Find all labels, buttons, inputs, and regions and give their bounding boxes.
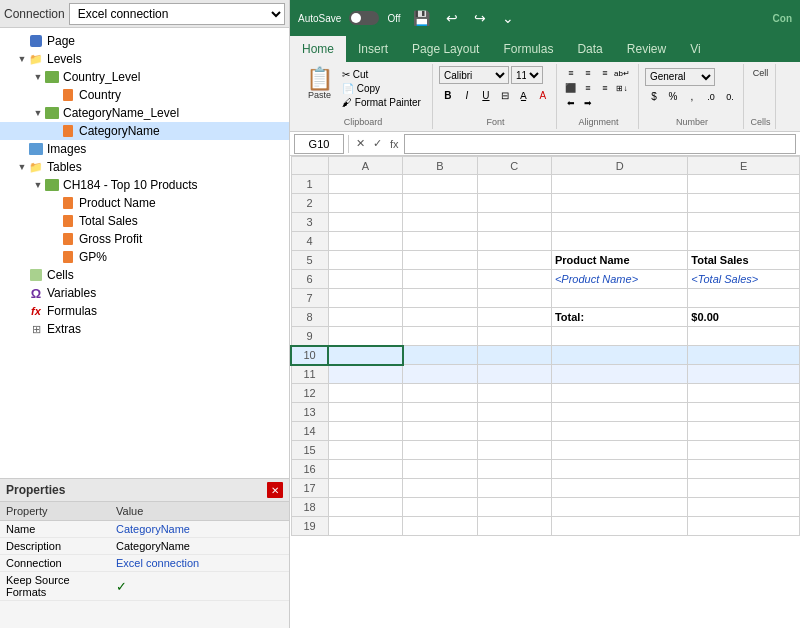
bold-button[interactable]: B: [439, 86, 457, 104]
cell-d1[interactable]: [551, 175, 687, 194]
tab-home[interactable]: Home: [290, 36, 346, 62]
cell-c7[interactable]: [477, 289, 551, 308]
cell-e8[interactable]: $0.00: [688, 308, 800, 327]
wrap-text-button[interactable]: ab↵: [614, 66, 630, 80]
tree-item-ch184[interactable]: ▼ CH184 - Top 10 Products: [0, 176, 289, 194]
cell-a4[interactable]: [328, 232, 402, 251]
format-painter-button[interactable]: 🖌 Format Painter: [339, 96, 424, 109]
col-header-c[interactable]: C: [477, 157, 551, 175]
cell-c11[interactable]: [477, 365, 551, 384]
cell-d10[interactable]: [551, 346, 687, 365]
cell-c18[interactable]: [477, 498, 551, 517]
increase-indent-button[interactable]: ➡: [580, 96, 596, 110]
cell-d19[interactable]: [551, 517, 687, 536]
cell-e9[interactable]: [688, 327, 800, 346]
merge-button[interactable]: ⊞↓: [614, 81, 630, 95]
tree-item-country-level[interactable]: ▼ Country_Level: [0, 68, 289, 86]
cell-e2[interactable]: [688, 194, 800, 213]
cell-b5[interactable]: [403, 251, 477, 270]
cell-d15[interactable]: [551, 441, 687, 460]
cell-b16[interactable]: [403, 460, 477, 479]
cell-b13[interactable]: [403, 403, 477, 422]
cell-c12[interactable]: [477, 384, 551, 403]
number-format-select[interactable]: General: [645, 68, 715, 86]
tab-view[interactable]: Vi: [678, 36, 712, 62]
cell-e6[interactable]: <Total Sales>: [688, 270, 800, 289]
cell-a15[interactable]: [328, 441, 402, 460]
cell-a19[interactable]: [328, 517, 402, 536]
decrease-indent-button[interactable]: ⬅: [563, 96, 579, 110]
cell-a14[interactable]: [328, 422, 402, 441]
cell-a3[interactable]: [328, 213, 402, 232]
paste-button[interactable]: 📋 Paste: [302, 66, 337, 102]
tree-item-cells[interactable]: Cells: [0, 266, 289, 284]
align-top-right-button[interactable]: ≡: [597, 66, 613, 80]
percent-button[interactable]: %: [664, 88, 682, 106]
cell-d13[interactable]: [551, 403, 687, 422]
cell-a9[interactable]: [328, 327, 402, 346]
autosave-toggle[interactable]: [349, 11, 379, 25]
formula-confirm-button[interactable]: ✓: [370, 137, 385, 150]
tree-item-categoryname[interactable]: CategoryName: [0, 122, 289, 140]
connection-select[interactable]: Excel connection: [69, 3, 285, 25]
formula-input[interactable]: [404, 134, 796, 154]
cell-a18[interactable]: [328, 498, 402, 517]
cell-e5[interactable]: Total Sales: [688, 251, 800, 270]
cell-a2[interactable]: [328, 194, 402, 213]
cell-c14[interactable]: [477, 422, 551, 441]
cell-e3[interactable]: [688, 213, 800, 232]
cell-d4[interactable]: [551, 232, 687, 251]
cell-b6[interactable]: [403, 270, 477, 289]
cell-e4[interactable]: [688, 232, 800, 251]
cell-a1[interactable]: [328, 175, 402, 194]
tree-item-levels[interactable]: ▼ 📁 Levels: [0, 50, 289, 68]
tab-formulas[interactable]: Formulas: [491, 36, 565, 62]
cell-d11[interactable]: [551, 365, 687, 384]
cell-ref-input[interactable]: [294, 134, 344, 154]
tree-item-formulas[interactable]: fx Formulas: [0, 302, 289, 320]
cell-c16[interactable]: [477, 460, 551, 479]
cell-e15[interactable]: [688, 441, 800, 460]
fill-color-button[interactable]: A̲: [515, 86, 533, 104]
cell-c1[interactable]: [477, 175, 551, 194]
align-center-button[interactable]: ≡: [580, 81, 596, 95]
cell-a17[interactable]: [328, 479, 402, 498]
underline-button[interactable]: U: [477, 86, 495, 104]
cell-c8[interactable]: [477, 308, 551, 327]
undo-button[interactable]: ↩: [442, 8, 462, 28]
tree-item-categoryname-level[interactable]: ▼ CategoryName_Level: [0, 104, 289, 122]
cell-d8[interactable]: Total:: [551, 308, 687, 327]
decrease-decimal-button[interactable]: .0: [702, 88, 720, 106]
cell-e13[interactable]: [688, 403, 800, 422]
cell-e12[interactable]: [688, 384, 800, 403]
cell-c19[interactable]: [477, 517, 551, 536]
align-top-center-button[interactable]: ≡: [580, 66, 596, 80]
cell-d5[interactable]: Product Name: [551, 251, 687, 270]
tree-item-tables[interactable]: ▼ 📁 Tables: [0, 158, 289, 176]
cell-d9[interactable]: [551, 327, 687, 346]
cell-c10[interactable]: [477, 346, 551, 365]
cell-a12[interactable]: [328, 384, 402, 403]
cell-a7[interactable]: [328, 289, 402, 308]
border-button[interactable]: ⊟: [496, 86, 514, 104]
cell-d12[interactable]: [551, 384, 687, 403]
tree-item-images[interactable]: Images: [0, 140, 289, 158]
cell-a6[interactable]: [328, 270, 402, 289]
cell-b4[interactable]: [403, 232, 477, 251]
cell-b9[interactable]: [403, 327, 477, 346]
cell-b7[interactable]: [403, 289, 477, 308]
col-header-d[interactable]: D: [551, 157, 687, 175]
tab-review[interactable]: Review: [615, 36, 678, 62]
cell-c17[interactable]: [477, 479, 551, 498]
tree-item-product-name[interactable]: Product Name: [0, 194, 289, 212]
cell-b19[interactable]: [403, 517, 477, 536]
expand-icon-tables[interactable]: ▼: [16, 161, 28, 173]
cell-c3[interactable]: [477, 213, 551, 232]
cell-b14[interactable]: [403, 422, 477, 441]
cell-e11[interactable]: [688, 365, 800, 384]
col-header-b[interactable]: B: [403, 157, 477, 175]
tree-item-gross-profit[interactable]: Gross Profit: [0, 230, 289, 248]
tab-pagelayout[interactable]: Page Layout: [400, 36, 491, 62]
cell-a16[interactable]: [328, 460, 402, 479]
properties-close-button[interactable]: ✕: [267, 482, 283, 498]
